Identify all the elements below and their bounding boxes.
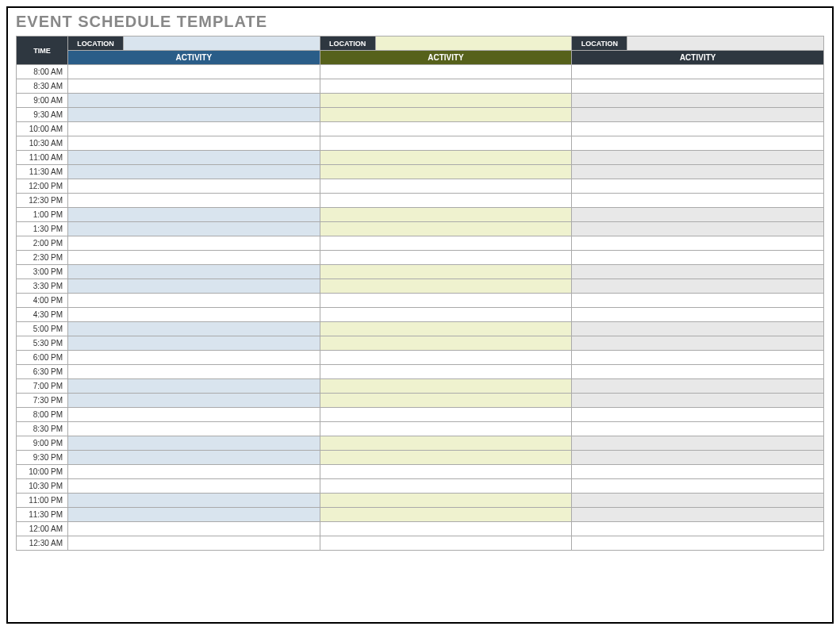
activity-cell[interactable] bbox=[68, 479, 320, 494]
activity-cell[interactable] bbox=[68, 336, 320, 351]
activity-cell[interactable] bbox=[320, 122, 572, 136]
activity-cell[interactable] bbox=[572, 122, 824, 136]
activity-cell[interactable] bbox=[68, 379, 320, 394]
activity-cell[interactable] bbox=[68, 522, 320, 536]
activity-cell[interactable] bbox=[68, 308, 320, 322]
activity-cell[interactable] bbox=[572, 65, 824, 79]
location-input-1[interactable] bbox=[124, 36, 320, 51]
activity-cell[interactable] bbox=[68, 179, 320, 194]
activity-cell[interactable] bbox=[320, 308, 572, 322]
activity-cell[interactable] bbox=[320, 208, 572, 222]
activity-cell[interactable] bbox=[572, 165, 824, 179]
activity-cell[interactable] bbox=[320, 365, 572, 379]
activity-cell[interactable] bbox=[68, 279, 320, 294]
location-input-3[interactable] bbox=[627, 36, 824, 51]
activity-cell[interactable] bbox=[572, 436, 824, 451]
activity-cell[interactable] bbox=[572, 379, 824, 394]
activity-cell[interactable] bbox=[572, 194, 824, 208]
location-input-2[interactable] bbox=[375, 36, 572, 51]
activity-cell[interactable] bbox=[320, 65, 572, 79]
activity-cell[interactable] bbox=[572, 422, 824, 436]
activity-cell[interactable] bbox=[320, 522, 572, 536]
activity-cell[interactable] bbox=[320, 336, 572, 351]
activity-cell[interactable] bbox=[572, 508, 824, 522]
activity-cell[interactable] bbox=[320, 536, 572, 551]
activity-cell[interactable] bbox=[572, 222, 824, 236]
activity-cell[interactable] bbox=[320, 165, 572, 179]
activity-cell[interactable] bbox=[68, 94, 320, 108]
activity-cell[interactable] bbox=[572, 279, 824, 294]
activity-cell[interactable] bbox=[320, 194, 572, 208]
activity-cell[interactable] bbox=[68, 294, 320, 308]
activity-cell[interactable] bbox=[572, 479, 824, 494]
activity-cell[interactable] bbox=[68, 122, 320, 136]
activity-cell[interactable] bbox=[572, 465, 824, 479]
activity-cell[interactable] bbox=[572, 451, 824, 465]
activity-cell[interactable] bbox=[320, 494, 572, 508]
activity-cell[interactable] bbox=[68, 422, 320, 436]
activity-cell[interactable] bbox=[68, 65, 320, 79]
activity-cell[interactable] bbox=[68, 165, 320, 179]
activity-cell[interactable] bbox=[572, 151, 824, 165]
activity-cell[interactable] bbox=[68, 151, 320, 165]
activity-cell[interactable] bbox=[68, 451, 320, 465]
activity-cell[interactable] bbox=[320, 279, 572, 294]
activity-cell[interactable] bbox=[572, 294, 824, 308]
activity-cell[interactable] bbox=[68, 265, 320, 279]
activity-cell[interactable] bbox=[68, 508, 320, 522]
activity-cell[interactable] bbox=[320, 436, 572, 451]
activity-cell[interactable] bbox=[572, 179, 824, 194]
activity-cell[interactable] bbox=[320, 322, 572, 336]
activity-cell[interactable] bbox=[68, 136, 320, 151]
activity-cell[interactable] bbox=[320, 465, 572, 479]
activity-cell[interactable] bbox=[320, 79, 572, 94]
activity-cell[interactable] bbox=[68, 251, 320, 265]
activity-cell[interactable] bbox=[572, 336, 824, 351]
activity-cell[interactable] bbox=[320, 479, 572, 494]
activity-cell[interactable] bbox=[320, 108, 572, 122]
activity-cell[interactable] bbox=[320, 422, 572, 436]
activity-cell[interactable] bbox=[572, 394, 824, 408]
activity-cell[interactable] bbox=[320, 294, 572, 308]
activity-cell[interactable] bbox=[572, 108, 824, 122]
activity-cell[interactable] bbox=[320, 351, 572, 365]
activity-cell[interactable] bbox=[68, 208, 320, 222]
activity-cell[interactable] bbox=[68, 436, 320, 451]
activity-cell[interactable] bbox=[320, 136, 572, 151]
activity-cell[interactable] bbox=[572, 208, 824, 222]
activity-cell[interactable] bbox=[572, 136, 824, 151]
activity-cell[interactable] bbox=[320, 408, 572, 422]
activity-cell[interactable] bbox=[572, 351, 824, 365]
activity-cell[interactable] bbox=[572, 494, 824, 508]
activity-cell[interactable] bbox=[68, 465, 320, 479]
activity-cell[interactable] bbox=[68, 222, 320, 236]
activity-cell[interactable] bbox=[320, 508, 572, 522]
activity-cell[interactable] bbox=[68, 536, 320, 551]
activity-cell[interactable] bbox=[572, 265, 824, 279]
activity-cell[interactable] bbox=[572, 94, 824, 108]
activity-cell[interactable] bbox=[572, 365, 824, 379]
activity-cell[interactable] bbox=[68, 365, 320, 379]
activity-cell[interactable] bbox=[68, 494, 320, 508]
activity-cell[interactable] bbox=[572, 408, 824, 422]
activity-cell[interactable] bbox=[320, 94, 572, 108]
activity-cell[interactable] bbox=[572, 308, 824, 322]
activity-cell[interactable] bbox=[68, 322, 320, 336]
activity-cell[interactable] bbox=[68, 351, 320, 365]
activity-cell[interactable] bbox=[68, 408, 320, 422]
activity-cell[interactable] bbox=[320, 265, 572, 279]
activity-cell[interactable] bbox=[320, 236, 572, 251]
activity-cell[interactable] bbox=[320, 222, 572, 236]
activity-cell[interactable] bbox=[320, 394, 572, 408]
activity-cell[interactable] bbox=[572, 236, 824, 251]
activity-cell[interactable] bbox=[320, 179, 572, 194]
activity-cell[interactable] bbox=[572, 251, 824, 265]
activity-cell[interactable] bbox=[572, 522, 824, 536]
activity-cell[interactable] bbox=[572, 536, 824, 551]
activity-cell[interactable] bbox=[68, 79, 320, 94]
activity-cell[interactable] bbox=[68, 108, 320, 122]
activity-cell[interactable] bbox=[320, 379, 572, 394]
activity-cell[interactable] bbox=[68, 394, 320, 408]
activity-cell[interactable] bbox=[68, 194, 320, 208]
activity-cell[interactable] bbox=[320, 251, 572, 265]
